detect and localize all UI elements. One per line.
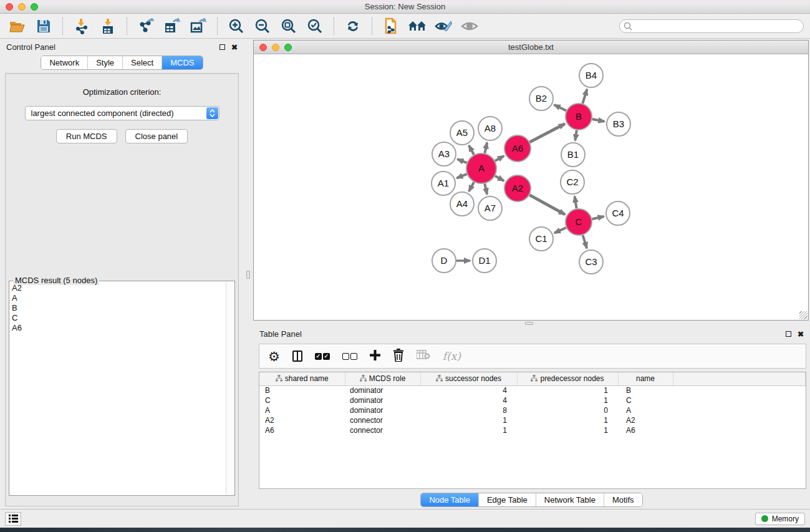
hide-graphics-details-button[interactable] bbox=[432, 16, 455, 36]
table-cell[interactable]: A6 bbox=[259, 425, 345, 435]
table-cell[interactable]: 1 bbox=[517, 395, 618, 405]
graph-canvas[interactable]: B4B2BB3A8A5A6A3B1AC2A1A2A4A7C4CC1DD1C3 bbox=[254, 54, 808, 320]
function-builder-icon[interactable]: f(x) bbox=[443, 350, 461, 362]
table-row[interactable]: Cdominator41C bbox=[259, 395, 806, 405]
tab-network-table[interactable]: Network Table bbox=[536, 493, 604, 506]
table-cell[interactable]: 4 bbox=[420, 385, 517, 395]
graph-edge[interactable] bbox=[554, 105, 566, 110]
task-history-button[interactable] bbox=[5, 512, 21, 526]
delete-column-icon[interactable] bbox=[393, 349, 404, 364]
export-network-button[interactable] bbox=[135, 16, 157, 36]
refresh-button[interactable] bbox=[342, 16, 364, 36]
graph-edge[interactable] bbox=[554, 228, 566, 233]
new-network-from-selection-button[interactable] bbox=[380, 16, 402, 36]
tab-mcds[interactable]: MCDS bbox=[162, 56, 202, 69]
table-cell[interactable]: A2 bbox=[259, 415, 345, 425]
column-header[interactable]: name bbox=[618, 372, 673, 385]
zoom-selected-button[interactable] bbox=[304, 16, 326, 36]
vertical-splitter[interactable] bbox=[244, 39, 253, 509]
splitter-grip[interactable] bbox=[246, 271, 250, 279]
graph-edge[interactable] bbox=[583, 235, 587, 248]
open-session-button[interactable] bbox=[6, 16, 29, 36]
table-cell[interactable]: connector bbox=[345, 425, 420, 435]
graph-edge[interactable] bbox=[592, 119, 605, 122]
table-cell[interactable]: 4 bbox=[420, 395, 517, 405]
table-cell[interactable]: dominator bbox=[345, 395, 420, 405]
table-cell[interactable]: 1 bbox=[517, 425, 618, 435]
graph-edge[interactable] bbox=[575, 196, 577, 209]
show-birdseye-view-button[interactable] bbox=[458, 16, 481, 36]
table-cell[interactable]: C bbox=[259, 395, 345, 405]
result-list-item[interactable]: B bbox=[10, 303, 226, 313]
column-header[interactable]: successor nodes bbox=[420, 372, 517, 385]
table-cell[interactable]: B bbox=[618, 385, 673, 395]
search-input[interactable] bbox=[619, 19, 804, 33]
column-header[interactable]: predecessor nodes bbox=[517, 372, 618, 385]
graph-edge[interactable] bbox=[592, 216, 604, 219]
memory-button[interactable]: Memory bbox=[755, 513, 805, 525]
delete-table-icon[interactable] bbox=[417, 350, 430, 362]
deselect-all-icon[interactable] bbox=[342, 353, 357, 360]
float-panel-icon[interactable] bbox=[219, 44, 225, 50]
graph-edge[interactable] bbox=[495, 156, 504, 161]
mcds-result-list[interactable]: A2ABCA6 bbox=[10, 283, 226, 495]
show-columns-icon[interactable] bbox=[292, 351, 302, 362]
graph-edge[interactable] bbox=[575, 130, 576, 140]
splitter-grip[interactable] bbox=[525, 322, 533, 325]
tab-style[interactable]: Style bbox=[87, 56, 122, 69]
import-table-button[interactable] bbox=[97, 16, 119, 36]
table-cell[interactable]: 1 bbox=[517, 385, 618, 395]
table-cell[interactable]: 8 bbox=[420, 405, 517, 415]
graph-edge[interactable] bbox=[469, 145, 474, 155]
result-list-item[interactable]: A6 bbox=[10, 323, 226, 333]
graph-edge[interactable] bbox=[457, 159, 466, 163]
graph-edge[interactable] bbox=[530, 124, 565, 142]
tab-node-table[interactable]: Node Table bbox=[421, 493, 478, 506]
network-minimize-button[interactable] bbox=[272, 44, 279, 51]
graph-edge[interactable] bbox=[469, 182, 474, 191]
result-list-item[interactable]: A bbox=[10, 293, 226, 303]
close-panel-icon[interactable]: ✖ bbox=[231, 44, 238, 51]
graph-edge[interactable] bbox=[582, 89, 587, 104]
graph-edge[interactable] bbox=[495, 176, 504, 181]
home-networks-button[interactable] bbox=[406, 16, 428, 36]
table-row[interactable]: A6connector11A6 bbox=[259, 425, 806, 435]
export-table-button[interactable] bbox=[161, 16, 183, 36]
zoom-in-button[interactable] bbox=[225, 16, 248, 36]
save-session-button[interactable] bbox=[32, 16, 55, 36]
table-row[interactable]: Adominator80A bbox=[259, 405, 806, 415]
table-cell[interactable]: A bbox=[618, 405, 673, 415]
zoom-out-button[interactable] bbox=[251, 16, 274, 36]
table-cell[interactable]: 1 bbox=[517, 415, 618, 425]
close-panel-button[interactable]: Close panel bbox=[125, 129, 188, 143]
table-cell[interactable]: connector bbox=[345, 415, 420, 425]
float-panel-icon[interactable] bbox=[786, 331, 791, 337]
result-list-item[interactable]: C bbox=[10, 313, 226, 323]
table-cell[interactable]: A6 bbox=[618, 425, 673, 435]
minimize-window-button[interactable] bbox=[18, 3, 26, 11]
close-window-button[interactable] bbox=[6, 3, 13, 11]
tab-edge-table[interactable]: Edge Table bbox=[478, 493, 536, 506]
tab-network[interactable]: Network bbox=[41, 56, 87, 69]
column-settings-icon[interactable]: ⚙ bbox=[268, 350, 280, 363]
window-resize-grip[interactable] bbox=[799, 311, 808, 319]
table-cell[interactable]: B bbox=[259, 385, 345, 395]
optimization-criterion-select[interactable]: largest connected component (directed) bbox=[25, 106, 219, 120]
table-cell[interactable]: C bbox=[618, 395, 673, 405]
table-cell[interactable]: 0 bbox=[517, 405, 618, 415]
table-row[interactable]: Bdominator41B bbox=[259, 385, 806, 395]
table-row[interactable]: A2connector11A2 bbox=[259, 415, 806, 425]
network-zoom-button[interactable] bbox=[284, 44, 292, 51]
export-image-button[interactable] bbox=[187, 16, 210, 36]
table-cell[interactable]: A bbox=[259, 405, 345, 415]
table-cell[interactable]: dominator bbox=[345, 385, 420, 395]
result-list-item[interactable]: A2 bbox=[10, 283, 226, 293]
table-cell[interactable]: 1 bbox=[420, 425, 517, 435]
zoom-fit-button[interactable] bbox=[277, 16, 300, 36]
add-column-icon[interactable] bbox=[370, 350, 380, 363]
table-cell[interactable]: dominator bbox=[345, 405, 420, 415]
import-network-button[interactable] bbox=[70, 16, 93, 36]
zoom-window-button[interactable] bbox=[31, 3, 38, 11]
horizontal-splitter[interactable] bbox=[253, 321, 810, 326]
graph-edge[interactable] bbox=[456, 174, 466, 178]
